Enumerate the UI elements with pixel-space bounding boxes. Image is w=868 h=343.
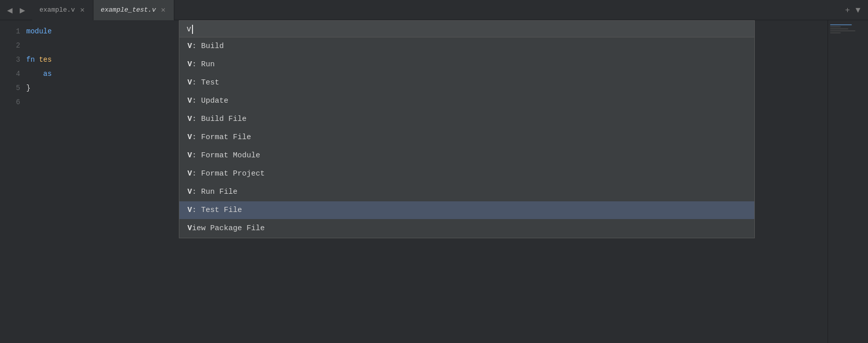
line-number: 4 [0,67,20,81]
command-item-test-file[interactable]: V: Test File [179,201,754,220]
line-number: 2 [0,38,20,53]
tab-example-test-v[interactable]: example_test.v ✕ [93,0,174,20]
tab-example-v[interactable]: example.v ✕ [32,0,93,20]
command-prefix: V [187,115,192,123]
command-label: : Format Module [192,151,260,160]
command-item-view-package-file[interactable]: View Package File [179,220,754,238]
command-item-run[interactable]: V: Run [179,56,754,74]
minimap-line [830,28,848,29]
command-label: : Run [192,60,215,69]
command-prefix: V [187,151,192,160]
command-prefix: V [187,42,192,51]
tab-close-button[interactable]: ✕ [79,7,86,13]
command-label: : Format File [192,133,251,142]
command-item-build-file[interactable]: V: Build File [179,110,754,128]
command-prefix: V [187,206,192,215]
editor-area: 1 2 3 4 5 6 module fn tes as } [0,20,828,343]
command-prefix: V [187,224,192,233]
command-input-text: v [186,24,193,34]
line-number: 3 [0,53,20,67]
tab-dropdown-button[interactable]: ▼ [854,6,862,15]
command-prefix: V [187,169,192,178]
minimap [828,20,868,343]
minimap-line [830,32,841,33]
command-list: V: Build V: Run V: Test V: Update V: Bui… [179,37,754,238]
tab-nav-arrows: ◀ ▶ [0,5,32,15]
command-label: : Update [192,97,228,105]
add-tab-button[interactable]: + [845,6,850,15]
line-number: 6 [0,95,20,109]
command-item-update[interactable]: V: Update [179,92,754,110]
tab-bar: ◀ ▶ example.v ✕ example_test.v ✕ + ▼ [0,0,868,20]
command-item-test[interactable]: V: Test [179,74,754,92]
command-label: : Test File [192,206,242,215]
command-label: : Test [192,78,219,87]
command-prefix: V [187,133,192,142]
command-label: iew Package File [192,224,265,233]
command-item-build[interactable]: V: Build [179,37,754,56]
command-cursor [192,25,193,34]
command-label: : Run File [192,188,237,196]
main-area: 1 2 3 4 5 6 module fn tes as } [0,20,868,343]
command-prefix: V [187,97,192,105]
line-numbers: 1 2 3 4 5 6 [0,24,26,109]
tab-label: example_test.v [101,6,156,14]
minimap-content [828,20,868,38]
command-palette: v V: Build V: Run V: Test V: Update [179,20,755,238]
command-input-row[interactable]: v [179,21,754,37]
command-prefix: V [187,60,192,69]
command-prefix: V [187,188,192,196]
tab-next-button[interactable]: ▶ [18,5,27,15]
command-label: : Build File [192,115,247,123]
tab-label: example.v [39,6,75,14]
line-number: 5 [0,81,20,95]
minimap-line [830,30,855,31]
minimap-line [830,24,852,25]
command-palette-overlay: v V: Build V: Run V: Test V: Update [106,20,828,343]
command-prefix: V [187,78,192,87]
tab-prev-button[interactable]: ◀ [5,5,15,15]
tab-close-button[interactable]: ✕ [160,7,167,13]
command-item-run-file[interactable]: V: Run File [179,183,754,201]
tab-bar-actions: + ▼ [839,6,868,15]
minimap-line [830,26,841,27]
command-item-format-module[interactable]: V: Format Module [179,147,754,165]
command-item-format-file[interactable]: V: Format File [179,128,754,147]
command-label: : Build [192,42,224,51]
command-label: : Format Project [192,169,265,178]
line-number: 1 [0,24,20,38]
command-item-format-project[interactable]: V: Format Project [179,165,754,183]
